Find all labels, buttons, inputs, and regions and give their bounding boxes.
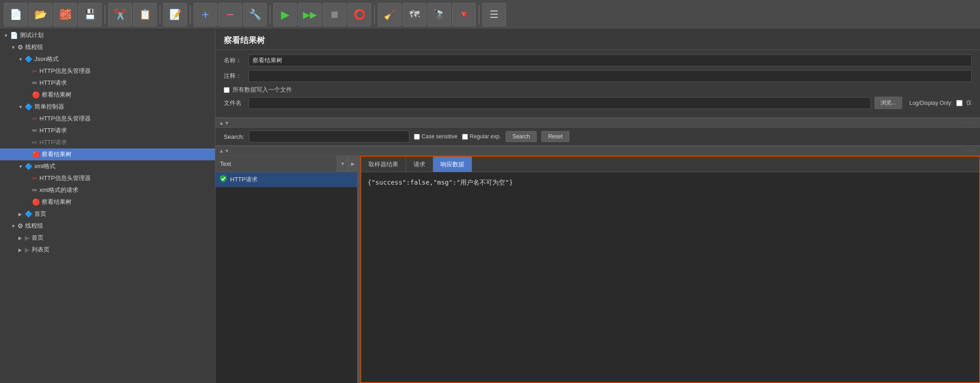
- controller-icon: 🔷: [25, 210, 33, 218]
- sidebar-item-view-results-1[interactable]: 🔴 察看结果树: [0, 89, 215, 101]
- sidebar-item-thread-group-1[interactable]: ▼ ⚙ 线程组: [0, 41, 215, 53]
- sidebar-item-label: 列表页: [32, 246, 50, 254]
- collapse-arrow-down-2[interactable]: ▼: [225, 148, 229, 153]
- save-button[interactable]: 💾: [78, 3, 102, 27]
- name-input[interactable]: [248, 55, 972, 66]
- browse-button[interactable]: 浏览...: [875, 97, 902, 109]
- report-button[interactable]: 🗺: [402, 3, 426, 27]
- collapse-arrow-up-2[interactable]: ▲: [219, 148, 224, 153]
- sidebar-item-simple-controller[interactable]: ▼ 🔷 简单控制器: [0, 101, 215, 113]
- shutdown-button[interactable]: ⭕: [347, 3, 371, 27]
- indent-button[interactable]: ☰: [482, 3, 506, 27]
- sidebar-item-http-header-1[interactable]: ✂ HTTP信息头管理器: [0, 65, 215, 77]
- save-template-button[interactable]: 🧱: [53, 3, 77, 27]
- table-row[interactable]: HTTP请求: [215, 172, 357, 187]
- sidebar-item-view-results-3[interactable]: 🔴 察看结果树: [0, 196, 215, 208]
- search-bar: Search: Case sensitive Regular exp. Sear…: [215, 128, 980, 146]
- log-display-checkbox[interactable]: [956, 100, 963, 106]
- tab-request[interactable]: 请求: [406, 157, 433, 172]
- form-section: 名称： 注释： 所有数据写入一个文件 文件名 浏览... Log/Display…: [215, 50, 980, 118]
- cut-button[interactable]: ✂️: [108, 3, 132, 27]
- sidebar-item-label: 察看结果树: [42, 91, 72, 99]
- copy-button[interactable]: 📋: [133, 3, 157, 27]
- search-button[interactable]: Search: [506, 131, 537, 142]
- collapse-arrow-down[interactable]: ▼: [225, 120, 229, 126]
- search-label: Search:: [224, 133, 244, 140]
- controller-icon: 🔷: [25, 163, 33, 170]
- arrow-icon: ▶: [18, 212, 25, 217]
- sidebar-item-test-plan[interactable]: ▼ 📄 测试计划: [0, 29, 215, 41]
- add-button[interactable]: +: [193, 3, 217, 27]
- arrow-icon: ▼: [18, 164, 25, 169]
- sidebar-item-http-header-2[interactable]: ✂ HTTP信息头管理器: [0, 113, 215, 125]
- sidebar-item-http-request-1[interactable]: ✏ HTTP请求: [0, 77, 215, 89]
- results-list-header: Text ▼ ▶: [215, 156, 357, 172]
- start-no-pause-button[interactable]: ▶▶: [298, 3, 322, 27]
- regular-exp-checkbox[interactable]: [462, 134, 468, 140]
- search-input[interactable]: [249, 131, 409, 142]
- tab-label: 请求: [413, 160, 425, 169]
- sidebar-item-label: HTTP信息头管理器: [39, 67, 91, 75]
- paste-button[interactable]: 📝: [163, 3, 187, 27]
- arrow-icon: ▼: [11, 224, 17, 229]
- start-button[interactable]: ▶: [273, 3, 297, 27]
- reset-button[interactable]: Reset: [541, 131, 569, 142]
- clean-button[interactable]: 🧹: [378, 3, 402, 27]
- results-table-area: Text ▼ ▶ HTTP请求: [215, 156, 980, 383]
- sidebar-item-label: HTTP请求: [39, 79, 67, 87]
- clear-button[interactable]: 🔧: [243, 3, 267, 27]
- sidebar-item-home-page-2[interactable]: ▶ ▶ 首页: [0, 232, 215, 244]
- divider-dots: ·····: [965, 120, 976, 126]
- regular-exp-group: Regular exp.: [462, 133, 501, 140]
- separator-5: [374, 5, 375, 24]
- regular-exp-label: Regular exp.: [470, 133, 501, 140]
- sidebar-item-xml-request[interactable]: ✏ xml格式的请求: [0, 184, 215, 196]
- results-area: Text ▼ ▶ HTTP请求: [215, 156, 980, 383]
- filename-label: 文件名: [224, 99, 245, 107]
- tab-response-data[interactable]: 响应数据: [433, 157, 472, 172]
- sidebar-item-json-format[interactable]: ▼ 🔷 Json格式: [0, 53, 215, 65]
- col-dropdown-button[interactable]: ▼: [337, 156, 348, 172]
- divider-bar-1: ▲ ▼ ·····: [215, 118, 980, 128]
- sidebar-item-http-request-2[interactable]: ✏ HTTP请求: [0, 125, 215, 137]
- case-sensitive-checkbox[interactable]: [414, 134, 420, 140]
- filter-button[interactable]: 🔻: [452, 3, 476, 27]
- controller-icon: ▶: [25, 246, 30, 253]
- sidebar-item-label: HTTP请求: [39, 138, 67, 147]
- search-remote-button[interactable]: 🔭: [427, 3, 451, 27]
- arrow-icon: ▶: [18, 247, 25, 252]
- sidebar-item-label: 首页: [32, 234, 44, 242]
- sidebar-item-label: 线程组: [25, 222, 43, 230]
- sidebar-item-thread-group-2[interactable]: ▼ ⚙ 线程组: [0, 220, 215, 232]
- sidebar-item-home-page[interactable]: ▶ 🔷 首页: [0, 208, 215, 220]
- sidebar-item-http-request-3[interactable]: ✏ HTTP请求: [0, 137, 215, 148]
- comment-input[interactable]: [248, 70, 972, 82]
- sidebar-item-http-header-3[interactable]: ✂ HTTP信息头管理器: [0, 172, 215, 184]
- sidebar-item-label: 线程组: [25, 43, 43, 51]
- plan-icon: 📄: [10, 32, 18, 39]
- remove-button[interactable]: −: [218, 3, 242, 27]
- case-sensitive-group: Case sensitive: [414, 133, 457, 140]
- all-data-label: 所有数据写入一个文件: [232, 86, 292, 94]
- collapse-arrow-up[interactable]: ▲: [219, 120, 224, 126]
- col-expand-button[interactable]: ▶: [348, 156, 357, 172]
- pencil-icon: ✏: [32, 186, 38, 194]
- sidebar-item-list-page[interactable]: ▶ ▶ 列表页: [0, 244, 215, 256]
- tab-sampler-result[interactable]: 取样器结果: [361, 157, 406, 172]
- controller-icon: 🔷: [25, 55, 33, 63]
- arrow-icon: ▼: [11, 45, 17, 50]
- sidebar-item-view-results-2[interactable]: 🔴 察看结果树: [0, 148, 215, 160]
- sidebar-item-label: 简单控制器: [34, 103, 64, 111]
- pencil-icon: ✏: [32, 79, 38, 87]
- filename-input[interactable]: [248, 97, 871, 109]
- sidebar-item-label: 察看结果树: [42, 198, 72, 206]
- sidebar-item-label: 首页: [34, 210, 46, 218]
- open-button[interactable]: 📂: [28, 3, 52, 27]
- new-button[interactable]: 📄: [4, 3, 28, 27]
- sidebar-item-label: HTTP信息头管理器: [39, 115, 91, 123]
- sidebar-item-xml-format[interactable]: ▼ 🔷 xml格式: [0, 160, 215, 172]
- stop-button[interactable]: ⏹: [323, 3, 347, 27]
- gear-icon: ⚙: [17, 222, 23, 230]
- all-data-checkbox[interactable]: [224, 87, 230, 93]
- listener-icon: 🔴: [32, 91, 40, 98]
